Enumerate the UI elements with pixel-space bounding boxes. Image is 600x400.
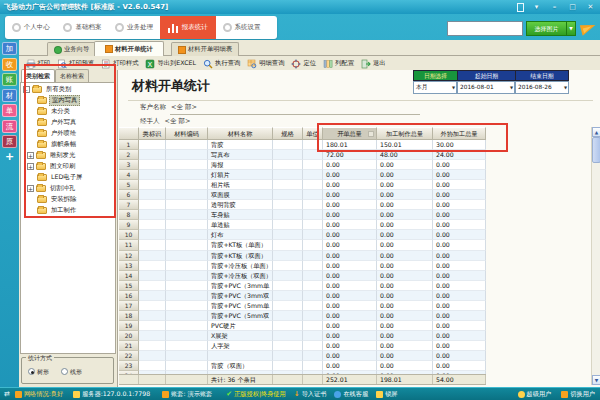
sidebar-button-6[interactable]: 原 <box>2 135 17 148</box>
sidebar-button-3[interactable]: 材 <box>2 89 17 102</box>
operator-filter-value[interactable]: <全 部> <box>165 117 191 125</box>
end-date-select[interactable]: 2016-08-26 <box>515 81 569 94</box>
table-row[interactable]: 3海报0.000.000.00 <box>119 160 486 170</box>
select-image-split-button[interactable]: 选择图片 ▼ <box>526 21 576 36</box>
table-row[interactable]: 4灯箱片0.000.000.00 <box>119 170 486 180</box>
account-status[interactable]: 账套: 演示账套 <box>162 390 212 399</box>
table-cell <box>303 160 323 170</box>
table-row[interactable]: 9单透贴0.000.000.00 <box>119 220 486 230</box>
scroll-down-icon[interactable]: ▼ <box>592 375 600 385</box>
sidebar-button-0[interactable]: 加 <box>2 42 17 55</box>
sidebar-button-1[interactable]: 收 <box>2 58 17 71</box>
stat-mode-option-1[interactable]: 线形 <box>61 368 82 377</box>
table-row[interactable]: 11背胶+KT板（单面）0.000.000.00 <box>119 240 486 250</box>
nav-item-label: 报表统计 <box>182 23 208 32</box>
table-cell <box>273 271 303 281</box>
online-service[interactable]: 在线客服 <box>334 390 368 399</box>
window-drop-icon[interactable]: ▾ <box>531 2 542 12</box>
table-row[interactable]: 7透明背胶0.000.000.00 <box>119 200 486 210</box>
column-header-2[interactable]: 材料编码 <box>166 127 208 140</box>
scrollbar-thumb[interactable] <box>592 137 600 163</box>
toolbar-button-4[interactable]: 执行查询 <box>200 59 244 69</box>
material-table: 类标识材料编码材料名称规格单位开单总量加工制作总量外协加工总量 1背胶180.0… <box>119 127 591 385</box>
close-button[interactable]: ✕ <box>585 2 596 12</box>
table-row[interactable]: 220.000.000.00 <box>119 351 486 361</box>
table-row[interactable]: 18背胶+PVC（5mm双0.000.000.00 <box>119 311 486 321</box>
nav-item-3[interactable]: 报表统计 <box>160 16 216 39</box>
table-row[interactable]: 15背胶+PVC（3mm单0.000.000.00 <box>119 281 486 291</box>
column-header-0[interactable] <box>119 127 139 140</box>
radio-icon[interactable] <box>28 368 35 375</box>
select-image-button[interactable]: 选择图片 <box>526 21 567 36</box>
sidebar-button-4[interactable]: 单 <box>2 104 17 117</box>
nav-item-2[interactable]: 业务处理 <box>108 16 160 39</box>
table-cell <box>139 311 166 321</box>
lock-screen[interactable]: 锁屏 <box>376 390 397 399</box>
toolbar-button-7[interactable]: 列配置 <box>320 59 358 69</box>
table-cell <box>166 150 208 160</box>
table-row[interactable]: 10灯布0.000.000.00 <box>119 230 486 240</box>
vertical-scrollbar[interactable]: ▲ ▼ <box>591 127 600 385</box>
table-cell <box>139 150 166 160</box>
sidebar-button-2[interactable]: 账 <box>2 73 17 86</box>
select-image-dropdown-icon[interactable]: ▼ <box>567 21 576 36</box>
network-status[interactable]: 网络情况:良好 <box>15 390 63 399</box>
nav-item-1[interactable]: 基础档案 <box>57 16 109 39</box>
super-user[interactable]: 超级用户 <box>518 390 552 399</box>
table-row[interactable]: 23背胶（双面）0.000.000.00 <box>119 361 486 371</box>
window-title: 飞扬动力广告公司管理软件 [标准版 - V2.6.0.547] <box>4 3 168 11</box>
table-cell <box>166 291 208 301</box>
table-cell <box>273 200 303 210</box>
minimize-button[interactable]: – <box>549 2 560 12</box>
start-date-select[interactable]: 2016-08-01 <box>457 81 515 94</box>
tab-0[interactable]: 业务向导 <box>47 42 96 56</box>
tab-2[interactable]: 材料开单明细表 <box>171 42 239 56</box>
table-cell: 背胶+KT板（双面） <box>208 251 273 261</box>
toolbar-button-8[interactable]: 退出 <box>357 59 389 69</box>
column-header-3[interactable]: 材料名称 <box>208 127 273 140</box>
table-row[interactable]: 6双面膜0.000.000.00 <box>119 190 486 200</box>
sidebar-button-7[interactable]: + <box>2 151 17 164</box>
scroll-up-icon[interactable]: ▲ <box>592 127 600 137</box>
tab-icon <box>178 46 186 54</box>
toolbar-button-6[interactable]: 定位 <box>288 59 320 69</box>
stat-mode-option-0[interactable]: 树形 <box>28 368 49 377</box>
table-cell: 0.00 <box>323 180 377 190</box>
image-input[interactable] <box>447 21 523 36</box>
table-row[interactable]: 14背胶+冷压板（双面）0.000.000.00 <box>119 271 486 281</box>
exit-icon <box>361 59 371 69</box>
table-cell <box>139 251 166 261</box>
table-cell: 0.00 <box>323 351 377 361</box>
table-row[interactable]: 21人字架0.000.000.00 <box>119 341 486 351</box>
row-number: 5 <box>119 180 139 190</box>
radio-icon[interactable] <box>61 368 68 375</box>
toolbar-button-5[interactable]: 明细查询 <box>244 59 288 69</box>
circle-icon <box>12 23 21 32</box>
column-header-4[interactable]: 规格 <box>273 127 303 140</box>
nav-item-0[interactable]: 个人中心 <box>5 16 57 39</box>
license-status[interactable]: ✔正版授权|终身使用 <box>226 390 285 399</box>
column-header-1[interactable]: 类标识 <box>139 127 166 140</box>
maximize-button[interactable]: □ <box>567 2 578 12</box>
table-row[interactable]: 19PVC硬片0.000.000.00 <box>119 321 486 331</box>
table-row[interactable]: 13背胶+冷压板（单面）0.000.000.00 <box>119 261 486 271</box>
network-status-label: 网络情况:良好 <box>24 390 63 399</box>
row-number: 12 <box>119 251 139 261</box>
table-row[interactable]: 5相片纸0.000.000.00 <box>119 180 486 190</box>
window-page-icon[interactable] <box>517 3 524 12</box>
sync-status[interactable]: ⇄ <box>4 391 10 398</box>
nav-item-4[interactable]: 系统设置 <box>216 16 268 39</box>
server-status[interactable]: 服务器:127.0.0.1:7798 <box>73 390 150 399</box>
table-row[interactable]: 17背胶+PVC（5mm单0.000.000.00 <box>119 301 486 311</box>
table-row[interactable]: 8车身贴0.000.000.00 <box>119 210 486 220</box>
table-row[interactable]: 16背胶+PVC（3mm双0.000.000.00 <box>119 291 486 301</box>
date-type-select[interactable]: 本月 <box>413 81 457 94</box>
tab-1[interactable]: 材料开单统计 <box>94 41 164 56</box>
import-cert[interactable]: ↓导入证书 <box>294 390 327 399</box>
sidebar-button-5[interactable]: 流 <box>2 120 17 133</box>
toolbar-button-3[interactable]: X导出到EXCEL <box>142 59 200 69</box>
switch-user[interactable]: 切换用户 <box>561 390 595 399</box>
table-row[interactable]: 20X展架0.000.000.00 <box>119 331 486 341</box>
table-row[interactable]: 12背胶+KT板（双面）0.000.000.00 <box>119 251 486 261</box>
customer-filter-value[interactable]: <全 部> <box>171 103 197 111</box>
